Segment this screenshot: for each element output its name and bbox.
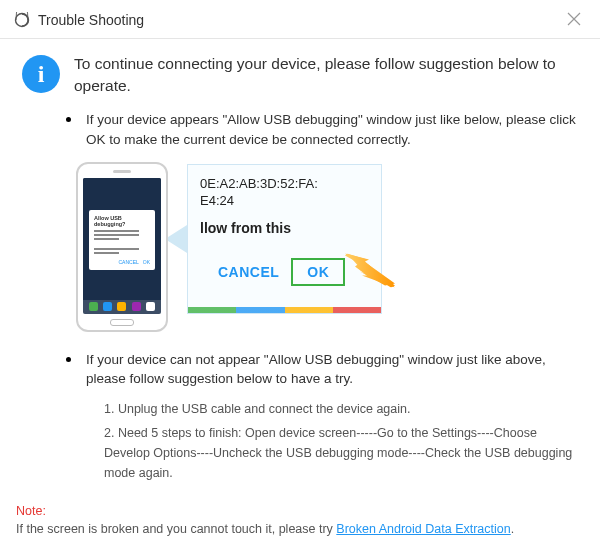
app-icon [14, 12, 30, 28]
phone-dialog-title: Allow USB debugging? [94, 215, 150, 227]
main-instruction: To continue connecting your device, plea… [74, 53, 578, 96]
footer-note: Note: If the screen is broken and you ca… [16, 502, 584, 540]
broken-android-link[interactable]: Broken Android Data Extraction [336, 522, 510, 536]
dock-icon [89, 302, 98, 311]
zoom-prompt-fragment: llow from this [200, 220, 373, 236]
titlebar: Trouble Shooting [0, 0, 600, 39]
zoom-ok-label: OK [307, 264, 329, 280]
note-label: Note: [16, 504, 46, 518]
zoom-mac-line2: E4:24 [200, 192, 373, 210]
zoom-button-row: CANCEL OK [218, 258, 373, 286]
step-text: 1. Unplug the USB cable and connect the … [104, 399, 578, 419]
zoom-ok-button: OK [291, 258, 345, 286]
phone-dialog: Allow USB debugging? CANCEL OK [89, 210, 155, 270]
phone-mockup: Allow USB debugging? CANCEL OK [76, 162, 168, 332]
note-text: If the screen is broken and you cannot t… [16, 522, 336, 536]
list-item: If your device can not appear "Allow USB… [82, 350, 578, 483]
bullet-text: If your device can not appear "Allow USB… [86, 350, 578, 389]
phone-dialog-line [94, 252, 119, 254]
bullet-text: If your device appears "Allow USB debugg… [86, 110, 578, 149]
close-button[interactable] [562, 8, 586, 32]
phone-dialog-line [94, 234, 139, 236]
dock-icon [117, 302, 126, 311]
step-text: 2. Need 5 steps to finish: Open device s… [104, 423, 578, 483]
zoom-cancel-button: CANCEL [218, 264, 279, 280]
illustration: Allow USB debugging? CANCEL OK [76, 162, 578, 332]
phone-home-button [110, 319, 134, 326]
phone-dialog-line [94, 248, 139, 250]
dock-icon [103, 302, 112, 311]
phone-ok-button: OK [143, 259, 150, 265]
info-icon: i [22, 55, 60, 93]
phone-dialog-line [94, 238, 119, 240]
dock-icon [132, 302, 141, 311]
header-row: i To continue connecting your device, pl… [22, 53, 578, 96]
phone-dialog-buttons: CANCEL OK [94, 259, 150, 265]
note-suffix: . [511, 522, 514, 536]
instruction-list: If your device appears "Allow USB debugg… [82, 110, 578, 482]
titlebar-left: Trouble Shooting [14, 12, 144, 28]
arrow-icon [345, 253, 395, 290]
phone-dock [83, 300, 161, 314]
phone-cancel-button: CANCEL [118, 259, 138, 265]
dock-icon [146, 302, 155, 311]
window-title: Trouble Shooting [38, 12, 144, 28]
zoom-bottom-stripe [188, 307, 381, 313]
zoom-panel: 0E:A2:AB:3D:52:FA: E4:24 llow from this … [187, 164, 382, 314]
sub-steps: 1. Unplug the USB cable and connect the … [104, 399, 578, 483]
phone-speaker [113, 170, 131, 173]
content-area: i To continue connecting your device, pl… [0, 39, 600, 511]
list-item: If your device appears "Allow USB debugg… [82, 110, 578, 331]
zoom-mac-line1: 0E:A2:AB:3D:52:FA: [200, 175, 373, 193]
phone-screen: Allow USB debugging? CANCEL OK [83, 178, 161, 314]
svg-marker-4 [345, 253, 395, 287]
phone-statusbar [83, 178, 161, 186]
phone-dialog-line [94, 230, 139, 232]
callout-connector [165, 225, 187, 253]
